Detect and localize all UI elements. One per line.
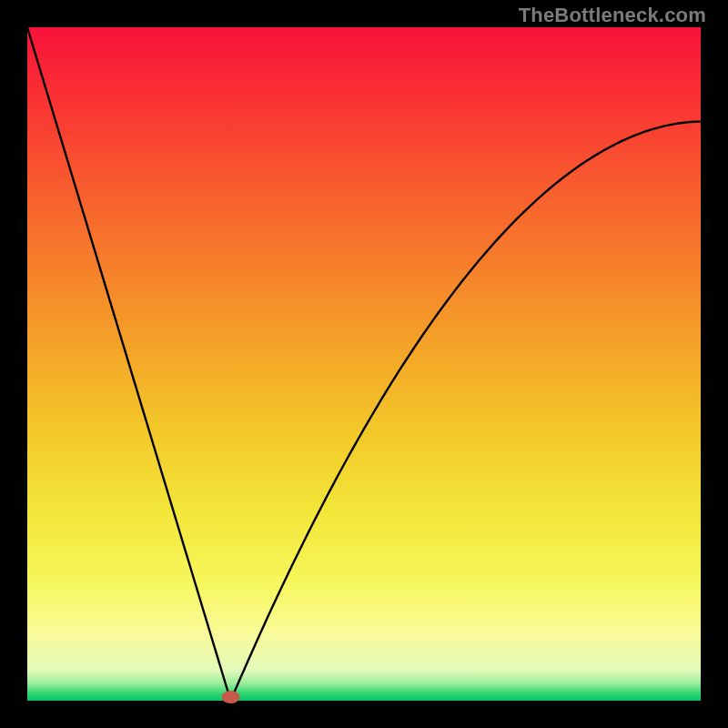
chart-frame: TheBottleneck.com [0, 0, 728, 728]
chart-svg [0, 0, 728, 728]
watermark-text: TheBottleneck.com [519, 4, 706, 27]
minimum-marker [221, 691, 239, 703]
